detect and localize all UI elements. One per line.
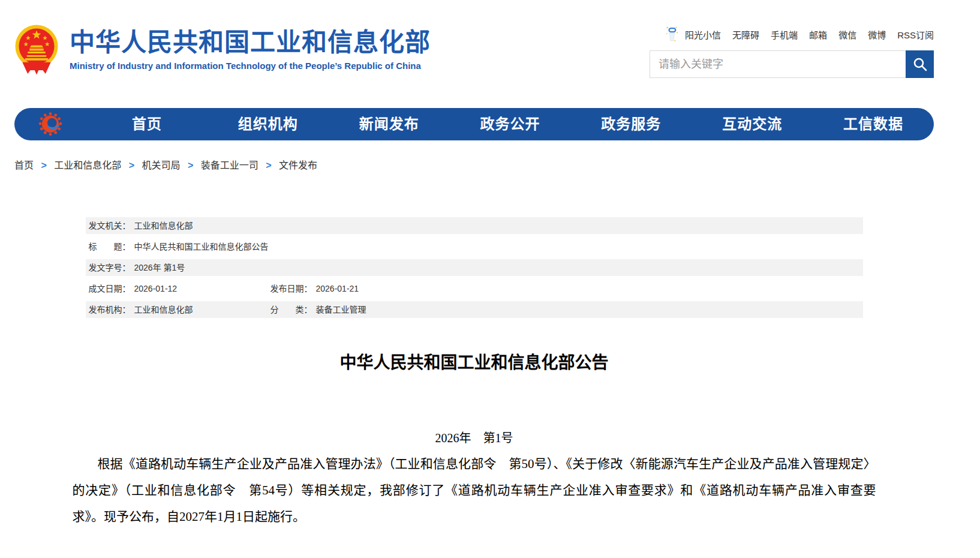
meta-value: 工业和信息化部 [134, 305, 193, 314]
search-bar [650, 50, 934, 78]
meta-label: 发文机关： [89, 221, 131, 230]
site-brand[interactable]: 中华人民共和国工业和信息化部 Ministry of Industry and … [14, 24, 431, 76]
breadcrumb-item-departments[interactable]: 机关司局 [142, 160, 181, 170]
meta-label: 发布机构： [89, 305, 131, 314]
breadcrumb-separator: > [188, 160, 193, 170]
quick-link-sunshine[interactable]: 阳光小信 [685, 28, 721, 41]
article-title: 中华人民共和国工业和信息化部公告 [14, 349, 934, 373]
meta-value: 工业和信息化部 [134, 221, 193, 230]
search-button[interactable] [906, 50, 934, 78]
search-input[interactable] [650, 50, 906, 78]
quick-link-mail[interactable]: 邮箱 [809, 28, 827, 41]
breadcrumb-item-miit[interactable]: 工业和信息化部 [54, 160, 121, 170]
breadcrumb-item-home[interactable]: 首页 [14, 160, 34, 170]
quick-link-accessibility[interactable]: 无障碍 [732, 28, 759, 41]
document-meta-table: 发文机关：工业和信息化部 标 题：中华人民共和国工业和信息化部公告 发文字号：2… [86, 217, 863, 318]
meta-row-issuing-authority: 发文机关：工业和信息化部 [86, 217, 863, 234]
quick-link-mobile[interactable]: 手机端 [771, 28, 798, 41]
site-subtitle: Ministry of Industry and Information Tec… [70, 61, 431, 71]
meta-cell: 标 题：中华人民共和国工业和信息化部公告 [89, 238, 269, 255]
site-title: 中华人民共和国工业和信息化部 [70, 29, 431, 56]
breadcrumb-separator: > [41, 160, 46, 170]
mascot-robot-icon [665, 26, 678, 43]
brand-text: 中华人民共和国工业和信息化部 Ministry of Industry and … [70, 29, 431, 70]
meta-cell-written-date: 成文日期：2026-01-12 [89, 280, 270, 297]
meta-label: 发布日期： [270, 284, 312, 293]
meta-label: 标 题： [89, 242, 131, 251]
quick-links: 阳光小信 无障碍 手机端 邮箱 微信 微博 RSS订阅 [650, 25, 934, 43]
miit-gear-logo-icon [37, 111, 64, 137]
nav-item-miit-data[interactable]: 工信数据 [813, 108, 934, 140]
article-body: 2026年 第1号 根据《道路机动车辆生产企业及产品准入管理办法》（工业和信息化… [73, 428, 876, 530]
meta-cell-publisher: 发布机构：工业和信息化部 [89, 301, 270, 318]
nav-logo [14, 111, 86, 137]
meta-label: 成文日期： [89, 284, 131, 293]
meta-cell-category: 分 类：装备工业管理 [270, 301, 366, 318]
meta-value: 中华人民共和国工业和信息化部公告 [134, 242, 269, 251]
meta-row-document-number: 发文字号：2026年 第1号 [86, 259, 863, 276]
meta-row-title: 标 题：中华人民共和国工业和信息化部公告 [86, 238, 863, 255]
meta-label: 发文字号： [89, 263, 131, 272]
meta-label: 分 类： [270, 305, 312, 314]
national-emblem-icon [14, 24, 59, 76]
meta-value: 2026-01-21 [316, 284, 359, 293]
meta-cell-publish-date: 发布日期：2026-01-21 [270, 280, 359, 297]
meta-value: 2026-01-12 [134, 284, 178, 293]
article-issue-number: 2026年 第1号 [73, 428, 876, 446]
quick-link-wechat[interactable]: 微信 [838, 28, 856, 41]
search-icon [912, 56, 928, 72]
meta-cell: 发文机关：工业和信息化部 [89, 217, 193, 234]
meta-cell: 发文字号：2026年 第1号 [89, 259, 185, 276]
meta-row-dates: 成文日期：2026-01-12 发布日期：2026-01-21 [86, 280, 863, 297]
breadcrumb-item-document-release[interactable]: 文件发布 [279, 160, 317, 170]
header-right: 阳光小信 无障碍 手机端 邮箱 微信 微博 RSS订阅 [650, 24, 934, 78]
meta-row-publisher-category: 发布机构：工业和信息化部 分 类：装备工业管理 [86, 301, 863, 318]
breadcrumb-separator: > [129, 160, 134, 170]
article-paragraph: 根据《道路机动车辆生产企业及产品准入管理办法》（工业和信息化部令 第50号）、《… [73, 451, 876, 530]
quick-link-weibo[interactable]: 微博 [868, 28, 886, 41]
meta-value: 装备工业管理 [316, 305, 366, 314]
main-nav: 首页 组织机构 新闻发布 政务公开 政务服务 互动交流 工信数据 [14, 108, 934, 140]
nav-item-interaction[interactable]: 互动交流 [692, 108, 813, 140]
nav-item-news[interactable]: 新闻发布 [329, 108, 450, 140]
site-header: 中华人民共和国工业和信息化部 Ministry of Industry and … [14, 0, 934, 102]
quick-link-rss[interactable]: RSS订阅 [897, 28, 934, 41]
meta-value: 2026年 第1号 [134, 263, 185, 272]
nav-item-organization[interactable]: 组织机构 [208, 108, 329, 140]
breadcrumb-item-equipment-dept[interactable]: 装备工业一司 [201, 160, 258, 170]
breadcrumb: 首页 > 工业和信息化部 > 机关司局 > 装备工业一司 > 文件发布 [14, 157, 934, 172]
nav-item-gov-disclosure[interactable]: 政务公开 [450, 108, 571, 140]
nav-item-gov-services[interactable]: 政务服务 [570, 108, 692, 140]
nav-item-home[interactable]: 首页 [86, 108, 208, 140]
breadcrumb-separator: > [266, 160, 271, 170]
